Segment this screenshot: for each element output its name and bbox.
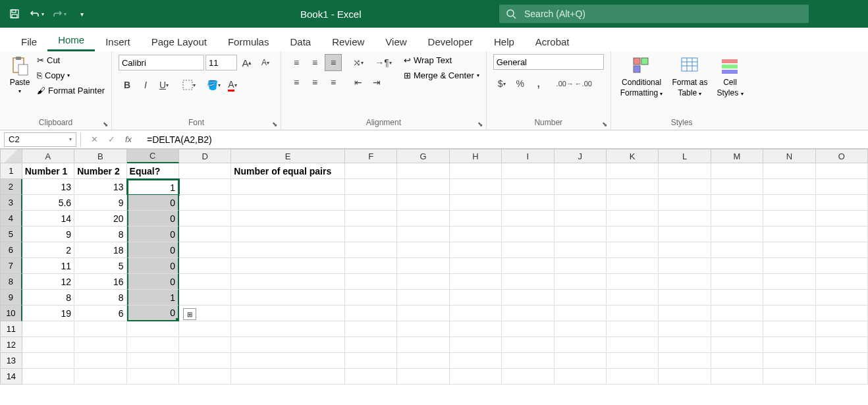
cell-I8[interactable]	[502, 274, 554, 290]
cell-C8[interactable]: 0	[127, 274, 179, 290]
cell-G4[interactable]	[397, 211, 449, 227]
cell-J10[interactable]	[555, 306, 607, 321]
cell-I6[interactable]	[502, 242, 554, 258]
cell-O10[interactable]	[816, 306, 868, 321]
cell-D1[interactable]	[179, 163, 231, 179]
cell-I11[interactable]	[502, 321, 554, 337]
cell-D13[interactable]	[179, 353, 231, 369]
cell-G11[interactable]	[397, 321, 449, 337]
row-header-2[interactable]: 2	[0, 179, 22, 195]
cell-F4[interactable]	[345, 211, 397, 227]
cell-M9[interactable]	[711, 290, 763, 306]
cell-J9[interactable]	[555, 290, 607, 306]
italic-button[interactable]: I	[137, 76, 154, 94]
cell-M5[interactable]	[711, 227, 763, 242]
cell-D8[interactable]	[179, 274, 231, 290]
cell-N6[interactable]	[763, 242, 815, 258]
align-left-button[interactable]: ≡	[288, 74, 305, 91]
copy-button[interactable]: ⎘ Copy ▾	[37, 69, 105, 82]
bold-button[interactable]: B	[119, 76, 136, 94]
cell-A13[interactable]	[22, 353, 74, 369]
tab-acrobat[interactable]: Acrobat	[525, 31, 580, 51]
cell-G8[interactable]	[397, 274, 449, 290]
cell-K7[interactable]	[607, 258, 659, 274]
cell-D11[interactable]	[179, 321, 231, 337]
cell-I2[interactable]	[502, 179, 554, 195]
cell-J5[interactable]	[555, 227, 607, 242]
alignment-launcher[interactable]: ⬊	[475, 119, 485, 128]
cell-O7[interactable]	[816, 258, 868, 274]
cell-C7[interactable]: 0	[127, 258, 179, 274]
col-header-D[interactable]: D	[179, 149, 231, 163]
cell-F7[interactable]	[345, 258, 397, 274]
save-button[interactable]	[5, 5, 24, 23]
cell-B9[interactable]: 8	[74, 290, 126, 306]
cell-E13[interactable]	[231, 353, 345, 369]
increase-font-button[interactable]: A▴	[238, 54, 256, 71]
conditional-formatting-button[interactable]: Conditional Formatting ▾	[618, 54, 666, 99]
cell-J3[interactable]	[555, 195, 607, 211]
cell-B13[interactable]	[74, 353, 126, 369]
cell-A1[interactable]: Number 1	[22, 163, 74, 179]
format-painter-button[interactable]: 🖌 Format Painter	[37, 84, 105, 97]
orientation-button[interactable]: ⤭▾	[350, 54, 367, 71]
cell-J12[interactable]	[555, 337, 607, 353]
cell-A8[interactable]: 12	[22, 274, 74, 290]
row-header-8[interactable]: 8	[0, 274, 22, 290]
cell-A2[interactable]: 13	[22, 179, 74, 195]
cell-C5[interactable]: 0	[127, 227, 179, 242]
cell-C14[interactable]	[127, 369, 179, 385]
cell-D3[interactable]	[179, 195, 231, 211]
name-box[interactable]: C2 ▾	[4, 132, 76, 147]
row-header-7[interactable]: 7	[0, 258, 22, 274]
cell-C11[interactable]	[127, 321, 179, 337]
cell-G7[interactable]	[397, 258, 449, 274]
cell-J2[interactable]	[555, 179, 607, 195]
col-header-O[interactable]: O	[816, 149, 868, 163]
cell-B12[interactable]	[74, 337, 126, 353]
cell-A3[interactable]: 5.6	[22, 195, 74, 211]
cell-M14[interactable]	[711, 369, 763, 385]
cell-M10[interactable]	[711, 306, 763, 321]
cell-M13[interactable]	[711, 353, 763, 369]
cell-E1[interactable]: Number of equal pairs	[231, 163, 345, 179]
cell-M6[interactable]	[711, 242, 763, 258]
col-header-K[interactable]: K	[607, 149, 659, 163]
cell-A4[interactable]: 14	[22, 211, 74, 227]
paste-button[interactable]: Paste ▾	[7, 54, 33, 95]
cell-B8[interactable]: 16	[74, 274, 126, 290]
cell-A5[interactable]: 9	[22, 227, 74, 242]
cell-G5[interactable]	[397, 227, 449, 242]
cell-B6[interactable]: 18	[74, 242, 126, 258]
cell-L8[interactable]	[659, 274, 711, 290]
cell-G10[interactable]	[397, 306, 449, 321]
cell-L6[interactable]	[659, 242, 711, 258]
cell-K8[interactable]	[607, 274, 659, 290]
col-header-F[interactable]: F	[345, 149, 397, 163]
cell-G13[interactable]	[397, 353, 449, 369]
cell-C13[interactable]	[127, 353, 179, 369]
decrease-indent-button[interactable]: ⇤	[350, 74, 367, 91]
cell-M2[interactable]	[711, 179, 763, 195]
cell-A7[interactable]: 11	[22, 258, 74, 274]
row-header-6[interactable]: 6	[0, 242, 22, 258]
cell-F11[interactable]	[345, 321, 397, 337]
decrease-font-button[interactable]: A▾	[257, 54, 274, 71]
cell-O5[interactable]	[816, 227, 868, 242]
tab-developer[interactable]: Developer	[418, 31, 483, 51]
cell-J6[interactable]	[555, 242, 607, 258]
fill-color-button[interactable]: 🪣▾	[205, 76, 223, 94]
search-input[interactable]: Search (Alt+Q)	[499, 5, 809, 23]
cell-I7[interactable]	[502, 258, 554, 274]
cell-A11[interactable]	[22, 321, 74, 337]
cell-K2[interactable]	[607, 179, 659, 195]
col-header-B[interactable]: B	[74, 149, 126, 163]
cell-K3[interactable]	[607, 195, 659, 211]
col-header-J[interactable]: J	[555, 149, 607, 163]
cell-H13[interactable]	[450, 353, 502, 369]
cell-D14[interactable]	[179, 369, 231, 385]
cell-N2[interactable]	[763, 179, 815, 195]
cell-M4[interactable]	[711, 211, 763, 227]
format-as-table-button[interactable]: Format as Table ▾	[669, 54, 710, 99]
cell-F8[interactable]	[345, 274, 397, 290]
